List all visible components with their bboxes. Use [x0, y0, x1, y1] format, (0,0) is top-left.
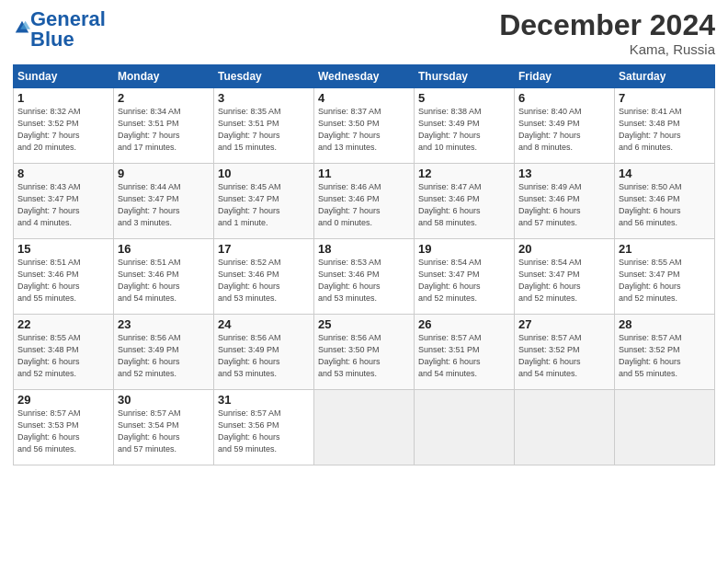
day-cell [515, 390, 615, 465]
header-monday: Monday [114, 65, 214, 88]
day-number: 8 [17, 167, 109, 180]
day-cell: 10Sunrise: 8:45 AM Sunset: 3:47 PM Dayli… [214, 164, 314, 239]
day-number: 4 [318, 91, 410, 105]
day-info: Sunrise: 8:54 AM Sunset: 3:47 PM Dayligh… [518, 257, 610, 304]
day-cell [314, 390, 415, 465]
day-info: Sunrise: 8:55 AM Sunset: 3:48 PM Dayligh… [17, 332, 109, 380]
day-info: Sunrise: 8:57 AM Sunset: 3:56 PM Dayligh… [218, 408, 310, 455]
day-number: 13 [518, 167, 610, 180]
day-info: Sunrise: 8:50 AM Sunset: 3:46 PM Dayligh… [619, 181, 711, 229]
day-cell: 24Sunrise: 8:56 AM Sunset: 3:49 PM Dayli… [214, 315, 314, 390]
day-number: 11 [318, 167, 410, 180]
day-cell: 18Sunrise: 8:53 AM Sunset: 3:46 PM Dayli… [314, 239, 415, 315]
day-cell: 27Sunrise: 8:57 AM Sunset: 3:52 PM Dayli… [515, 315, 615, 390]
day-number: 28 [619, 317, 711, 331]
header-sunday: Sunday [14, 65, 114, 88]
day-info: Sunrise: 8:38 AM Sunset: 3:49 PM Dayligh… [418, 106, 510, 154]
day-info: Sunrise: 8:56 AM Sunset: 3:49 PM Dayligh… [118, 332, 210, 380]
day-info: Sunrise: 8:41 AM Sunset: 3:48 PM Dayligh… [619, 106, 711, 154]
day-number: 16 [118, 242, 210, 256]
day-number: 18 [318, 242, 410, 256]
week-row-2: 8Sunrise: 8:43 AM Sunset: 3:47 PM Daylig… [14, 164, 715, 239]
day-number: 19 [418, 242, 510, 256]
day-cell: 13Sunrise: 8:49 AM Sunset: 3:46 PM Dayli… [515, 164, 615, 239]
day-number: 14 [619, 167, 711, 180]
day-number: 17 [218, 242, 310, 256]
day-info: Sunrise: 8:54 AM Sunset: 3:47 PM Dayligh… [418, 257, 510, 304]
location: Kama, Russia [499, 41, 715, 57]
day-info: Sunrise: 8:44 AM Sunset: 3:47 PM Dayligh… [118, 181, 210, 229]
day-cell: 1Sunrise: 8:32 AM Sunset: 3:52 PM Daylig… [14, 88, 114, 164]
day-number: 25 [318, 317, 410, 331]
day-cell: 14Sunrise: 8:50 AM Sunset: 3:46 PM Dayli… [615, 164, 715, 239]
day-number: 30 [118, 393, 210, 407]
day-info: Sunrise: 8:56 AM Sunset: 3:50 PM Dayligh… [318, 332, 410, 380]
day-number: 31 [218, 393, 310, 407]
day-info: Sunrise: 8:49 AM Sunset: 3:46 PM Dayligh… [518, 181, 610, 229]
day-cell: 9Sunrise: 8:44 AM Sunset: 3:47 PM Daylig… [114, 164, 214, 239]
page-container: General Blue December 2024 Kama, Russia … [0, 0, 728, 475]
day-cell: 19Sunrise: 8:54 AM Sunset: 3:47 PM Dayli… [415, 239, 515, 315]
day-info: Sunrise: 8:43 AM Sunset: 3:47 PM Dayligh… [17, 181, 109, 229]
day-info: Sunrise: 8:53 AM Sunset: 3:46 PM Dayligh… [318, 257, 410, 304]
week-row-3: 15Sunrise: 8:51 AM Sunset: 3:46 PM Dayli… [14, 239, 715, 315]
calendar-table: SundayMondayTuesdayWednesdayThursdayFrid… [13, 64, 715, 465]
logo: General Blue [13, 9, 106, 50]
day-cell: 26Sunrise: 8:57 AM Sunset: 3:51 PM Dayli… [415, 315, 515, 390]
day-cell: 30Sunrise: 8:57 AM Sunset: 3:54 PM Dayli… [114, 390, 214, 465]
day-cell: 25Sunrise: 8:56 AM Sunset: 3:50 PM Dayli… [314, 315, 415, 390]
day-cell: 31Sunrise: 8:57 AM Sunset: 3:56 PM Dayli… [214, 390, 314, 465]
title-area: December 2024 Kama, Russia [499, 9, 715, 57]
day-info: Sunrise: 8:57 AM Sunset: 3:51 PM Dayligh… [418, 332, 510, 380]
day-info: Sunrise: 8:56 AM Sunset: 3:49 PM Dayligh… [218, 332, 310, 380]
day-number: 9 [118, 167, 210, 180]
day-number: 29 [17, 393, 109, 407]
day-info: Sunrise: 8:57 AM Sunset: 3:52 PM Dayligh… [518, 332, 610, 380]
logo-icon [14, 19, 30, 36]
day-number: 3 [218, 91, 310, 105]
day-info: Sunrise: 8:47 AM Sunset: 3:46 PM Dayligh… [418, 181, 510, 229]
day-cell: 28Sunrise: 8:57 AM Sunset: 3:52 PM Dayli… [615, 315, 715, 390]
day-cell: 17Sunrise: 8:52 AM Sunset: 3:46 PM Dayli… [214, 239, 314, 315]
day-number: 2 [118, 91, 210, 105]
day-cell: 11Sunrise: 8:46 AM Sunset: 3:46 PM Dayli… [314, 164, 415, 239]
day-cell: 7Sunrise: 8:41 AM Sunset: 3:48 PM Daylig… [615, 88, 715, 164]
day-info: Sunrise: 8:51 AM Sunset: 3:46 PM Dayligh… [17, 257, 109, 304]
day-number: 23 [118, 317, 210, 331]
logo-part2: Blue [30, 28, 74, 51]
day-info: Sunrise: 8:32 AM Sunset: 3:52 PM Dayligh… [17, 106, 109, 154]
day-info: Sunrise: 8:35 AM Sunset: 3:51 PM Dayligh… [218, 106, 310, 154]
day-number: 6 [518, 91, 610, 105]
header-saturday: Saturday [615, 65, 715, 88]
day-info: Sunrise: 8:57 AM Sunset: 3:54 PM Dayligh… [118, 408, 210, 455]
day-info: Sunrise: 8:40 AM Sunset: 3:49 PM Dayligh… [518, 106, 610, 154]
week-row-4: 22Sunrise: 8:55 AM Sunset: 3:48 PM Dayli… [14, 315, 715, 390]
day-cell: 3Sunrise: 8:35 AM Sunset: 3:51 PM Daylig… [214, 88, 314, 164]
calendar-header-row: SundayMondayTuesdayWednesdayThursdayFrid… [14, 65, 715, 88]
day-cell: 21Sunrise: 8:55 AM Sunset: 3:47 PM Dayli… [615, 239, 715, 315]
day-info: Sunrise: 8:57 AM Sunset: 3:53 PM Dayligh… [17, 408, 109, 455]
day-number: 27 [518, 317, 610, 331]
day-cell: 23Sunrise: 8:56 AM Sunset: 3:49 PM Dayli… [114, 315, 214, 390]
day-number: 15 [17, 242, 109, 256]
day-info: Sunrise: 8:57 AM Sunset: 3:52 PM Dayligh… [619, 332, 711, 380]
day-number: 21 [619, 242, 711, 256]
day-cell: 20Sunrise: 8:54 AM Sunset: 3:47 PM Dayli… [515, 239, 615, 315]
day-info: Sunrise: 8:37 AM Sunset: 3:50 PM Dayligh… [318, 106, 410, 154]
day-info: Sunrise: 8:45 AM Sunset: 3:47 PM Dayligh… [218, 181, 310, 229]
day-number: 10 [218, 167, 310, 180]
header: General Blue December 2024 Kama, Russia [13, 9, 715, 57]
header-wednesday: Wednesday [314, 65, 415, 88]
day-number: 12 [418, 167, 510, 180]
day-cell: 5Sunrise: 8:38 AM Sunset: 3:49 PM Daylig… [415, 88, 515, 164]
header-friday: Friday [515, 65, 615, 88]
day-cell [615, 390, 715, 465]
day-cell: 15Sunrise: 8:51 AM Sunset: 3:46 PM Dayli… [14, 239, 114, 315]
day-cell: 4Sunrise: 8:37 AM Sunset: 3:50 PM Daylig… [314, 88, 415, 164]
day-number: 22 [17, 317, 109, 331]
day-cell: 2Sunrise: 8:34 AM Sunset: 3:51 PM Daylig… [114, 88, 214, 164]
day-cell: 12Sunrise: 8:47 AM Sunset: 3:46 PM Dayli… [415, 164, 515, 239]
header-thursday: Thursday [415, 65, 515, 88]
day-number: 1 [17, 91, 109, 105]
week-row-1: 1Sunrise: 8:32 AM Sunset: 3:52 PM Daylig… [14, 88, 715, 164]
